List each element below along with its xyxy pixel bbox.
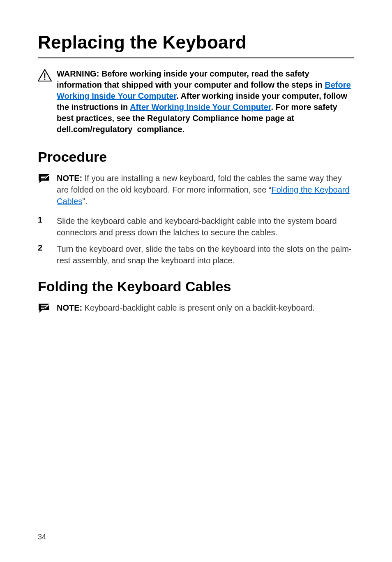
note-icon xyxy=(38,302,57,314)
warning-link-after[interactable]: After Working Inside Your Computer xyxy=(130,102,271,111)
note-1-part2: ”. xyxy=(82,197,87,206)
page-title: Replacing the Keyboard xyxy=(38,32,354,53)
svg-point-2 xyxy=(44,79,45,80)
note-1-text: NOTE: If you are installing a new keyboa… xyxy=(57,172,354,207)
step-1-text: Slide the keyboard cable and keyboard-ba… xyxy=(57,215,354,238)
note-2-prefix: NOTE: xyxy=(57,303,85,312)
step-2: 2 Turn the keyboard over, slide the tabs… xyxy=(38,243,354,266)
note-icon xyxy=(38,172,57,184)
step-1-number: 1 xyxy=(38,215,57,225)
note-1-prefix: NOTE: xyxy=(57,174,85,183)
warning-text: WARNING: Before working inside your comp… xyxy=(57,68,354,135)
folding-heading: Folding the Keyboard Cables xyxy=(38,279,354,295)
title-underline xyxy=(38,57,354,58)
note-block-1: NOTE: If you are installing a new keyboa… xyxy=(38,172,354,207)
warning-icon xyxy=(38,68,57,81)
note-2-body: Keyboard-backlight cable is present only… xyxy=(85,303,315,312)
step-2-text: Turn the keyboard over, slide the tabs o… xyxy=(57,243,354,266)
warning-prefix: WARNING: xyxy=(57,69,101,78)
note-block-2: NOTE: Keyboard-backlight cable is presen… xyxy=(38,302,354,314)
step-1: 1 Slide the keyboard cable and keyboard-… xyxy=(38,215,354,238)
note-2-text: NOTE: Keyboard-backlight cable is presen… xyxy=(57,302,315,314)
procedure-steps: 1 Slide the keyboard cable and keyboard-… xyxy=(38,215,354,266)
warning-block: WARNING: Before working inside your comp… xyxy=(38,68,354,135)
procedure-heading: Procedure xyxy=(38,149,354,165)
step-2-number: 2 xyxy=(38,243,57,253)
page-number: 34 xyxy=(38,533,46,541)
